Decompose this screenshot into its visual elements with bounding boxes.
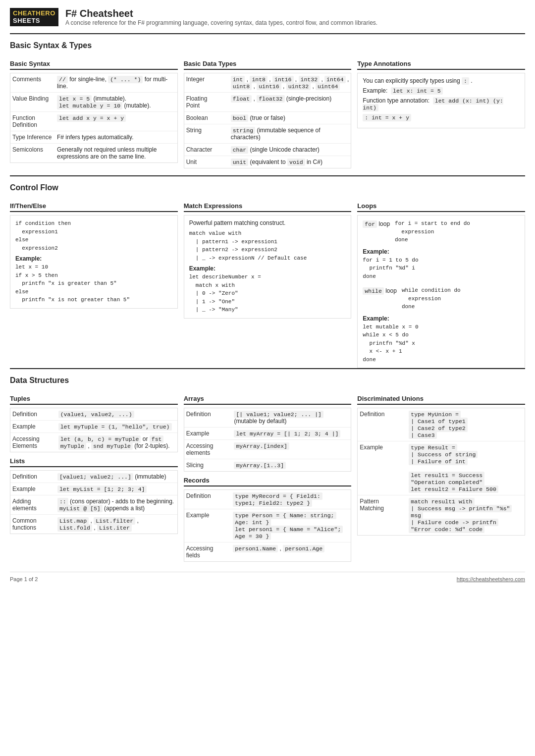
inline-code: [| value1; value2; ... |]	[234, 411, 323, 418]
inline-code: uint32	[286, 83, 311, 90]
table-row: Unit unit (equivalent to void in C#)	[184, 156, 351, 168]
page-footer: Page 1 of 2 https://cheatsheetshero.com	[10, 572, 525, 582]
row-value: [value1; value2; ...] (immutable)	[55, 471, 177, 483]
if-then-else-content: if condition then expression1 else expre…	[10, 215, 178, 309]
if-example-code: let x = 10 if x > 5 then printfn "x is g…	[15, 263, 172, 304]
table-row: Integer int , int8 , int16 , int32 , int…	[184, 73, 351, 93]
table-row: Example let myList = [1; 2; 3; 4]	[10, 483, 177, 495]
section-data-structures: Data Structures	[10, 376, 525, 385]
tuples-title: Tuples	[10, 395, 178, 405]
table-row: Character char (single Unicode character…	[184, 144, 351, 156]
basic-syntax-types-grid: Basic Syntax Comments // for single-line…	[10, 55, 525, 168]
basic-data-types-table: Integer int , int8 , int16 , int32 , int…	[184, 73, 351, 168]
table-row: PatternMatching match result1 with | Suc…	[358, 495, 525, 536]
inline-code: List.map	[57, 517, 89, 525]
table-row: String string (immutable sequence of cha…	[184, 124, 351, 144]
type-annotations-title: Type Annotations	[357, 60, 525, 70]
row-value: let x = 5 (immutable).let mutable y = 10…	[55, 93, 177, 112]
inline-code: | Case3	[409, 432, 436, 439]
table-row: Commonfunctions List.map , List.filter ,…	[10, 515, 177, 534]
type-ann-example2-label: Function type annotation: let add (x: in…	[363, 97, 520, 111]
row-label: Comments	[10, 73, 55, 93]
arrays-table: Definition [| value1; value2; ... |](mut…	[184, 408, 351, 471]
header-text: F# Cheatsheet A concise reference for th…	[65, 8, 377, 26]
section-divider-ds	[10, 368, 525, 369]
section-divider	[10, 33, 525, 34]
row-label: Integer	[184, 73, 229, 93]
table-row: Example let myArray = [| 1; 2; 3; 4 |]	[184, 428, 351, 440]
inline-code: char	[231, 146, 249, 154]
row-value: let add x y = x + y	[55, 112, 177, 131]
match-intro: Powerful pattern matching construct.	[189, 219, 346, 226]
logo-cheat: CHEAT	[13, 9, 36, 17]
inline-code: let x: int = 5	[391, 87, 443, 95]
if-then-else-code: if condition then expression1 else expre…	[15, 219, 172, 252]
row-label: Unit	[184, 156, 229, 168]
page-title: F# Cheatsheet	[65, 8, 377, 19]
basic-syntax-table-panel: Comments // for single-line, (* ... *) f…	[10, 73, 178, 163]
inline-code: snd myTuple	[91, 442, 133, 450]
basic-syntax-panel: Basic Syntax Comments // for single-line…	[10, 55, 178, 168]
inline-code: Age = 30 }	[233, 533, 271, 540]
row-label: Definition	[358, 408, 407, 441]
inline-code: //	[57, 76, 68, 83]
inline-code: match result1 with	[409, 498, 474, 505]
row-value: float , float32 (single-precision)	[229, 93, 351, 112]
records-table: Definition type MyRecord = { Field1:type…	[184, 490, 351, 561]
while-loop-label: while loop	[363, 286, 397, 311]
discriminated-unions-col: Discriminated Unions Definition type MyU…	[357, 390, 525, 562]
table-row: Definition type MyUnion = | Case1 of typ…	[358, 408, 525, 441]
arrays-table-panel: Definition [| value1; value2; ... |](mut…	[184, 408, 352, 472]
row-value: :: (cons operator) - adds to the beginni…	[55, 495, 177, 515]
inline-code: person1.Age	[283, 545, 324, 552]
row-value: bool (true or false)	[229, 112, 351, 124]
page-header: CHEATHERO SHEETS F# Cheatsheet A concise…	[10, 8, 525, 26]
inline-code: unit	[231, 159, 249, 166]
inline-code: type MyUnion =	[409, 411, 461, 418]
discriminated-unions-table-panel: Definition type MyUnion = | Case1 of typ…	[357, 408, 525, 536]
discriminated-unions-table: Definition type MyUnion = | Case1 of typ…	[358, 408, 525, 535]
row-value: person1.Name , person1.Age	[231, 542, 351, 562]
inline-code: List.iter	[97, 524, 132, 532]
inline-code: (value1, value2, ...)	[58, 411, 134, 418]
row-label: FunctionDefinition	[10, 112, 55, 131]
row-label: Example	[184, 509, 231, 542]
inline-code: int	[231, 76, 245, 83]
tuples-panel: Tuples Definition (value1, value2, ...) …	[10, 390, 178, 562]
discriminated-unions-title: Discriminated Unions	[357, 395, 525, 405]
row-value: [| value1; value2; ... |](mutable by def…	[232, 408, 351, 428]
section-control-flow: Control Flow	[10, 183, 525, 192]
table-row: Addingelements :: (cons operator) - adds…	[10, 495, 177, 515]
inline-code: uint64	[316, 83, 340, 90]
inline-code: :	[462, 77, 469, 85]
loops-content: for loop for i = start to end do express…	[357, 215, 525, 368]
control-flow-grid: If/Then/Else if condition then expressio…	[10, 197, 525, 368]
table-row: FloatingPoint float , float32 (single-pr…	[184, 93, 351, 112]
inline-code: myArray.[index]	[234, 442, 289, 450]
match-syntax: match value with | pattern1 -> expressio…	[189, 229, 346, 262]
inline-code: | Case2 of type2	[409, 425, 467, 432]
footer-url[interactable]: https://cheatsheetshero.com	[457, 576, 525, 582]
inline-code: type MyRecord = { Field1:	[233, 492, 322, 500]
section-divider-cf	[10, 175, 525, 176]
table-row: Accessingfields person1.Name , person1.A…	[184, 542, 351, 562]
inline-code: type Person = { Name: string;	[233, 512, 336, 519]
inline-code: let person1 = { Name = "Alice";	[233, 526, 343, 533]
row-value: type MyUnion = | Case1 of type1 | Case2 …	[407, 408, 525, 441]
inline-code: | Failure of int	[409, 458, 467, 465]
inline-code: | Failure code -> printfn	[409, 519, 498, 526]
inline-code: string	[231, 127, 255, 134]
inline-code: int8	[250, 76, 268, 83]
inline-code: person1.Name	[233, 545, 278, 552]
row-label: Boolean	[184, 112, 229, 124]
row-value: myArray.[index]	[232, 440, 351, 459]
logo: CHEATHERO SHEETS	[10, 8, 58, 26]
tuples-table: Definition (value1, value2, ...) Example…	[10, 408, 177, 452]
row-label: String	[184, 124, 229, 144]
inline-code: | Success of string	[409, 451, 478, 458]
row-label: Commonfunctions	[10, 515, 55, 534]
page-subtitle: A concise reference for the F# programmi…	[65, 19, 377, 26]
row-label: Accessingfields	[184, 542, 231, 562]
while-loop-row: while loop while condition do expression…	[363, 286, 520, 311]
logo-sheets: SHEETS	[13, 17, 55, 24]
